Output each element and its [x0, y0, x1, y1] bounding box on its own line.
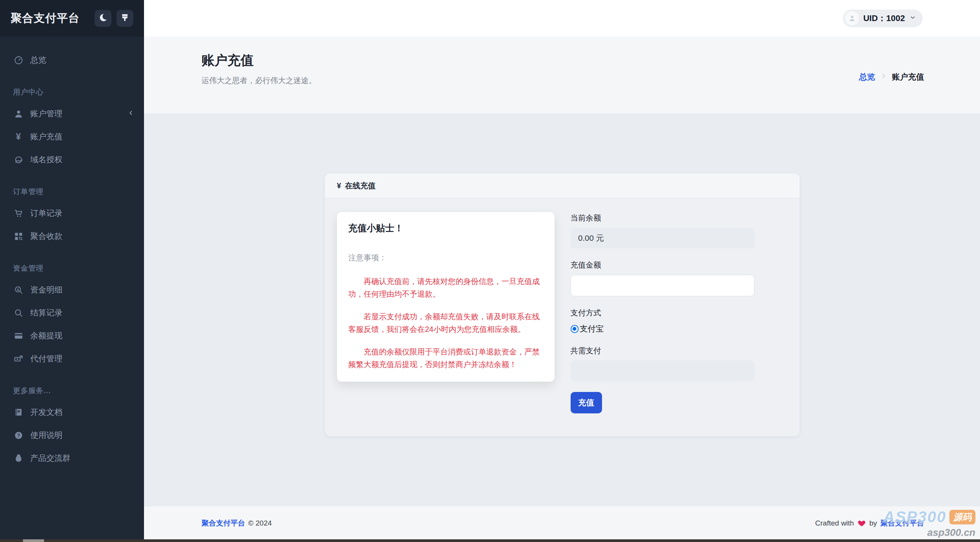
svg-text:$: $ — [17, 287, 19, 291]
search-dollar-icon: $ — [13, 284, 24, 295]
sidebar-item-label: 代付管理 — [30, 353, 62, 364]
user-menu-button[interactable]: UID：1002 — [843, 10, 923, 27]
tips-paragraph: 再确认充值前，请先核对您的身份信息，一旦充值成功，任何理由均不予退款。 — [348, 275, 543, 300]
sidebar-nav: 总览 用户中心 账户管理 ¥ 账户充值 域名授权 订单管理 — [0, 36, 144, 470]
sidebar-item-dev-docs[interactable]: 开发文档 — [0, 401, 144, 424]
amount-input[interactable] — [571, 275, 754, 296]
chevron-left-icon — [127, 109, 135, 119]
sidebar-item-label: 订单记录 — [30, 208, 62, 219]
page-title: 账户充值 — [201, 52, 980, 69]
payment-method-label: 支付方式 — [571, 308, 754, 318]
money-transfer-icon — [13, 353, 24, 364]
alipay-label: 支付宝 — [580, 323, 604, 334]
qrcode-icon — [13, 231, 24, 242]
radio-selected-icon[interactable] — [571, 325, 579, 333]
sidebar-item-label: 开发文档 — [30, 407, 62, 418]
sidebar-item-account-management[interactable]: 账户管理 — [0, 102, 144, 125]
watermark-badge: 源码 — [949, 510, 975, 524]
search-icon — [13, 307, 24, 318]
bottom-edge-strip — [0, 539, 980, 542]
sidebar-item-label: 域名授权 — [30, 154, 62, 165]
sidebar-section-more-services: 更多服务... — [13, 381, 144, 401]
globe-e-icon — [13, 154, 24, 165]
online-recharge-card: ¥在线充值 充值小贴士！ 注意事项： 再确认充值前，请先核对您的身份信息，一旦充… — [325, 173, 800, 436]
uid-label: UID：1002 — [863, 13, 905, 24]
brush-icon — [120, 13, 129, 24]
footer-copyright: 聚合支付平台 © 2024 — [201, 518, 272, 528]
page-header: 账户充值 运伟大之思者，必行伟大之迷途。 总览 账户充值 — [144, 36, 980, 113]
sidebar-item-aggregated-collection[interactable]: 聚合收款 — [0, 225, 144, 248]
amount-label: 充值金额 — [571, 260, 754, 270]
sidebar-item-settlement-records[interactable]: 结算记录 — [0, 301, 144, 324]
sidebar-item-payout-management[interactable]: 代付管理 — [0, 347, 144, 370]
credit-card-icon — [13, 330, 24, 341]
sidebar-section-order-management: 订单管理 — [13, 182, 144, 202]
cart-icon — [13, 208, 24, 219]
card-header: ¥在线充值 — [325, 173, 800, 198]
topbar: UID：1002 — [144, 0, 980, 36]
recharge-submit-button[interactable]: 充值 — [571, 392, 602, 413]
balance-display: 0.00 元 — [571, 228, 754, 248]
sidebar-item-label: 产品交流群 — [30, 453, 70, 464]
yen-icon: ¥ — [337, 181, 341, 190]
content-area: ¥在线充值 充值小贴士！ 注意事项： 再确认充值前，请先核对您的身份信息，一旦充… — [144, 113, 980, 506]
svg-text:?: ? — [17, 433, 20, 438]
sidebar-item-label: 账户充值 — [30, 131, 62, 142]
gauge-icon — [13, 55, 24, 65]
bottom-strip-segment — [23, 539, 44, 542]
moon-icon — [98, 13, 108, 24]
chevron-right-icon — [880, 72, 887, 82]
sidebar-item-order-records[interactable]: 订单记录 — [0, 202, 144, 225]
sidebar-item-account-recharge[interactable]: ¥ 账户充值 — [0, 125, 144, 148]
sidebar-section-fund-management: 资金管理 — [13, 258, 144, 278]
tips-note: 注意事项： — [348, 253, 543, 263]
footer-brand-link[interactable]: 聚合支付平台 — [201, 518, 245, 528]
crafted-prefix: Crafted with — [815, 519, 854, 527]
sidebar-item-label: 余额提现 — [30, 330, 62, 341]
sidebar-logo-bar: 聚合支付平台 — [0, 0, 144, 36]
theme-brush-button[interactable] — [116, 10, 133, 27]
sidebar-item-label: 结算记录 — [30, 307, 62, 318]
sidebar-item-product-group[interactable]: 产品交流群 — [0, 447, 144, 470]
total-display — [571, 361, 754, 381]
sidebar-item-label: 聚合收款 — [30, 231, 62, 242]
footer: 聚合支付平台 © 2024 Crafted with by 聚合支付平台 ASP… — [144, 506, 980, 540]
sidebar-item-overview[interactable]: 总览 — [0, 49, 144, 72]
yen-icon: ¥ — [13, 131, 24, 142]
balance-label: 当前余额 — [571, 213, 754, 223]
sidebar-item-label: 使用说明 — [30, 430, 62, 441]
tips-paragraph: 若显示支付成功，余额却充值失败，请及时联系在线客服反馈，我们将会在24小时内为您… — [348, 310, 543, 336]
main-area: UID：1002 账户充值 运伟大之思者，必行伟大之迷途。 总览 账户充值 ¥在… — [144, 0, 980, 542]
avatar — [845, 11, 859, 25]
recharge-tips-card: 充值小贴士！ 注意事项： 再确认充值前，请先核对您的身份信息，一旦充值成功，任何… — [337, 212, 555, 382]
sidebar-item-label: 资金明细 — [30, 284, 62, 295]
dark-mode-toggle-button[interactable] — [95, 10, 111, 27]
sidebar-section-user-center: 用户中心 — [13, 82, 144, 102]
user-icon — [13, 108, 24, 119]
footer-copyright-text: © 2024 — [248, 519, 272, 527]
card-title: 在线充值 — [345, 181, 376, 190]
alipay-radio-option[interactable]: 支付宝 — [571, 323, 754, 334]
breadcrumb: 总览 账户充值 — [859, 72, 924, 82]
crafted-by: by — [869, 519, 877, 527]
card-body: 充值小贴士！ 注意事项： 再确认充值前，请先核对您的身份信息，一旦充值成功，任何… — [325, 198, 800, 436]
tips-title: 充值小贴士！ — [348, 222, 543, 234]
recharge-form: 当前余额 0.00 元 充值金额 支付方式 支付宝 共需支付 充值 — [571, 212, 754, 413]
sidebar: 聚合支付平台 总览 用户中心 账户管理 — [0, 0, 144, 542]
sidebar-item-fund-details[interactable]: $ 资金明细 — [0, 278, 144, 301]
qq-penguin-icon — [13, 453, 24, 464]
sidebar-item-label: 账户管理 — [30, 108, 62, 119]
tips-paragraph: 充值的余额仅限用于平台消费或订单退款资金，严禁频繁大额充值后提现，否则封禁商户并… — [348, 346, 543, 371]
question-circle-icon: ? — [13, 430, 24, 441]
breadcrumb-home-link[interactable]: 总览 — [859, 72, 875, 82]
heart-icon — [857, 519, 866, 527]
footer-crafted: Crafted with by 聚合支付平台 — [815, 518, 924, 528]
sidebar-item-label: 总览 — [30, 55, 46, 65]
brand-title: 聚合支付平台 — [11, 11, 80, 26]
watermark-domain: asp300.cn — [883, 527, 975, 539]
sidebar-item-domain-auth[interactable]: 域名授权 — [0, 148, 144, 171]
chevron-down-icon — [909, 14, 916, 23]
sidebar-item-balance-withdrawal[interactable]: 余额提现 — [0, 324, 144, 347]
sidebar-item-usage-guide[interactable]: ? 使用说明 — [0, 424, 144, 447]
crafted-brand-link[interactable]: 聚合支付平台 — [880, 518, 924, 528]
